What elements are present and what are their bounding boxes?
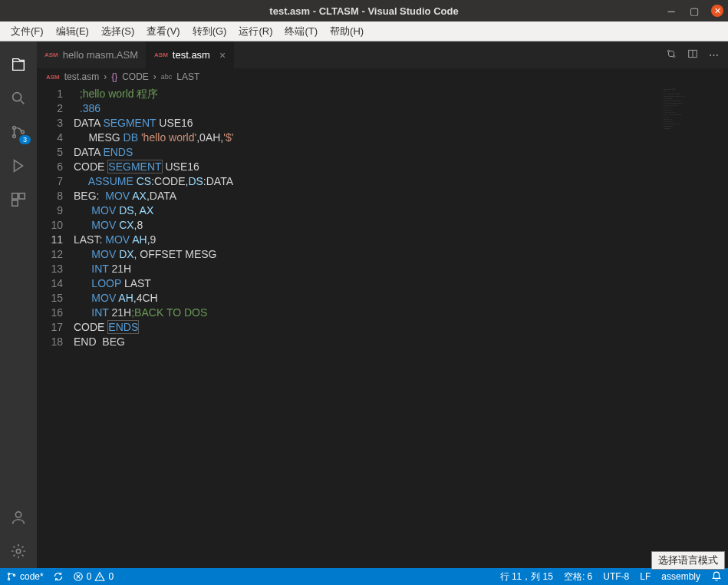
tab-hello-masm[interactable]: ASM hello masm.ASM (37, 41, 147, 68)
svg-point-12 (8, 573, 9, 574)
code-content[interactable]: ;hello world 程序 .386DATA SEGMENT USE16 M… (74, 85, 233, 568)
menu-help[interactable]: 帮助(H) (324, 25, 370, 38)
svg-rect-6 (12, 200, 18, 206)
status-bar: code* 0 0 行 11，列 15 空格: 6 UTF-8 LF assem… (0, 568, 728, 585)
svg-point-9 (667, 50, 669, 51)
svg-point-10 (673, 55, 674, 57)
svg-point-0 (13, 93, 21, 101)
tab-test-asm[interactable]: ASM test.asm × (147, 41, 234, 68)
settings-icon[interactable] (0, 534, 37, 568)
asm-icon: ASM (154, 51, 168, 58)
menu-select[interactable]: 选择(S) (95, 25, 140, 38)
window-title: test.asm - CLTASM - Visual Studio Code (269, 5, 458, 17)
scm-badge: 3 (19, 135, 31, 144)
svg-rect-5 (19, 193, 25, 199)
asm-icon: ASM (46, 74, 60, 81)
menu-file[interactable]: 文件(F) (5, 25, 50, 38)
asm-icon: ASM (44, 51, 58, 58)
explorer-icon[interactable] (0, 48, 37, 81)
more-actions-icon[interactable]: ⋯ (709, 49, 719, 61)
tab-label: test.asm (173, 49, 210, 61)
window-controls: ─ ▢ ✕ (665, 5, 723, 17)
breadcrumb-file[interactable]: test.asm (64, 71, 99, 82)
menu-terminal[interactable]: 终端(T) (278, 25, 324, 38)
source-control-icon[interactable]: 3 (0, 115, 37, 149)
maximize-button[interactable]: ▢ (688, 5, 700, 17)
svg-point-7 (15, 512, 21, 517)
namespace-icon: {} (111, 71, 117, 82)
title-bar: test.asm - CLTASM - Visual Studio Code ─… (0, 0, 728, 21)
activity-bar: 3 (0, 41, 37, 568)
editor-area: ASM hello masm.ASM ASM test.asm × ⋯ ASM … (37, 41, 728, 568)
status-language-mode[interactable]: assembly (661, 571, 700, 582)
status-sync[interactable] (53, 571, 64, 582)
svg-point-13 (8, 578, 9, 580)
status-indentation[interactable]: 空格: 6 (564, 570, 592, 583)
status-eol[interactable]: LF (640, 571, 651, 582)
breadcrumb-symbol[interactable]: LAST (176, 71, 199, 82)
status-cursor-position[interactable]: 行 11，列 15 (500, 570, 553, 583)
status-notifications-icon[interactable] (711, 571, 722, 582)
split-editor-icon[interactable] (687, 48, 698, 61)
svg-point-1 (13, 127, 16, 130)
code-editor[interactable]: 123456789101112131415161718 ;hello world… (37, 85, 728, 568)
menu-edit[interactable]: 编辑(E) (50, 25, 95, 38)
svg-point-2 (13, 135, 16, 138)
tab-label: hello masm.ASM (63, 49, 138, 61)
language-mode-tooltip: 选择语言模式 (651, 551, 725, 570)
editor-tabs: ASM hello masm.ASM ASM test.asm × ⋯ (37, 41, 728, 68)
close-button[interactable]: ✕ (711, 5, 723, 17)
line-number-gutter: 123456789101112131415161718 (37, 85, 74, 568)
menu-bar: 文件(F) 编辑(E) 选择(S) 查看(V) 转到(G) 运行(R) 终端(T… (0, 21, 728, 41)
status-branch[interactable]: code* (6, 571, 44, 582)
menu-view[interactable]: 查看(V) (140, 25, 186, 38)
minimize-button[interactable]: ─ (665, 5, 677, 17)
breadcrumb[interactable]: ASM test.asm › {} CODE › abc LAST (37, 68, 728, 85)
svg-point-8 (16, 549, 21, 554)
menu-run[interactable]: 运行(R) (232, 25, 278, 38)
search-icon[interactable] (0, 81, 37, 115)
compare-changes-icon[interactable] (666, 48, 677, 61)
status-problems[interactable]: 0 0 (73, 571, 114, 582)
account-icon[interactable] (0, 501, 37, 534)
symbol-icon: abc (161, 73, 173, 81)
run-debug-icon[interactable] (0, 149, 37, 183)
svg-rect-4 (12, 193, 18, 199)
status-encoding[interactable]: UTF-8 (603, 571, 629, 582)
close-tab-icon[interactable]: × (219, 49, 226, 61)
menu-go[interactable]: 转到(G) (186, 25, 233, 38)
extensions-icon[interactable] (0, 183, 37, 216)
breadcrumb-segment[interactable]: CODE (122, 71, 149, 82)
